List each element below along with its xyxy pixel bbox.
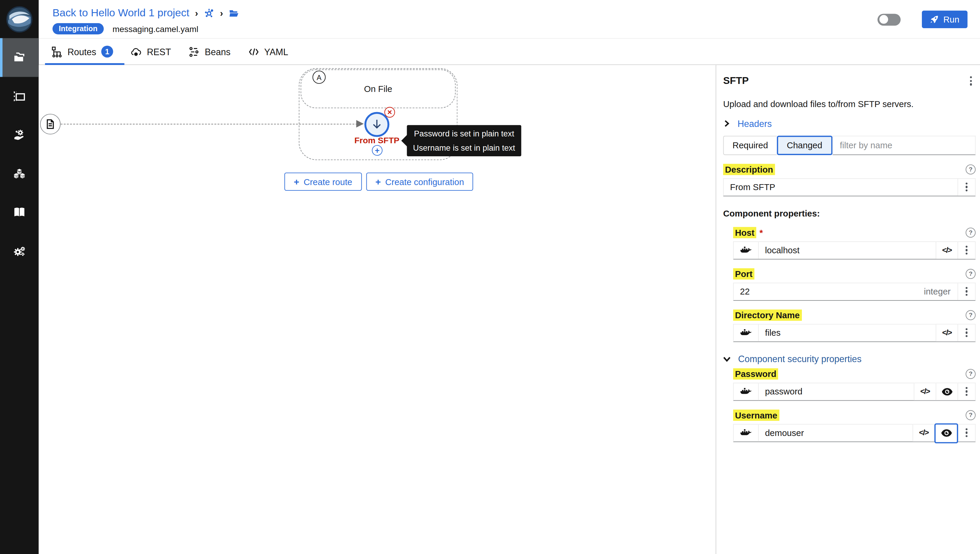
field-port: Port ? integer [723,269,975,301]
tab-beans-label: Beans [205,46,231,57]
port-input-group: integer [733,282,975,301]
run-button[interactable]: Run [922,11,967,28]
security-section-toggle[interactable]: Component security properties [723,353,975,364]
password-kebab[interactable] [958,383,975,400]
route-collapse-badge[interactable]: A [312,71,326,84]
tab-routes-label: Routes [68,46,96,57]
tooltip-line-2: Username is set in plain text [413,140,515,155]
username-label: Username [733,410,779,420]
chevron-down-icon [723,355,730,362]
filter-toolbar: Required Changed [723,135,975,155]
username-show-hide-button[interactable] [934,423,958,443]
field-description: Description ? [723,164,975,196]
gears-icon [12,244,27,259]
directory-kebab[interactable] [958,324,975,341]
description-kebab[interactable] [958,178,975,196]
routes-icon [51,46,62,57]
headers-expand[interactable]: Headers [723,119,975,129]
description-label: Description [723,164,775,174]
docker-whale-icon[interactable] [733,242,759,259]
routes-count-badge: 1 [101,46,113,57]
run-toggle-switch[interactable] [878,13,901,25]
password-input[interactable] [759,383,914,400]
create-route-button[interactable]: + Create route [284,173,362,191]
camel-logo[interactable] [0,0,39,38]
username-input[interactable] [759,424,913,441]
directory-expression-button[interactable]: </> [935,324,958,341]
docker-whale-icon[interactable] [733,424,759,441]
create-configuration-label: Create configuration [385,177,464,187]
password-show-hide-button[interactable] [935,383,958,400]
description-input[interactable] [724,178,958,196]
tooltip-line-1: Password is set in plain text [414,126,514,140]
host-input-group: </> [733,241,975,259]
port-input[interactable] [733,283,924,300]
directory-input-group: </> [733,323,975,342]
panel-kebab-menu[interactable] [966,74,975,88]
changed-filter-chip[interactable]: Changed [776,135,832,155]
description-input-group [723,178,975,196]
host-kebab[interactable] [958,242,975,259]
help-icon[interactable]: ? [966,228,976,237]
delete-node-badge[interactable]: ✕ [385,107,395,118]
host-label: Host* [733,228,763,237]
integration-badge: Integration [52,23,104,34]
back-to-project-link[interactable]: Back to Hello World 1 project [52,7,189,19]
folders-icon [12,50,27,65]
security-section-label: Component security properties [738,353,861,364]
switch-knob [879,15,888,24]
sidebar-item-settings[interactable] [0,232,39,271]
tab-yaml[interactable]: YAML [242,39,299,64]
rocket-icon [930,15,939,24]
username-expression-button[interactable]: </> [912,424,934,441]
directory-input[interactable] [759,324,936,341]
frame-icon [12,89,27,104]
help-icon[interactable]: ? [966,310,976,320]
port-type-hint: integer [924,287,958,296]
eye-icon [941,429,951,437]
tab-yaml-label: YAML [264,46,288,57]
sidebar-item-projects[interactable] [0,38,39,77]
password-expression-button[interactable]: </> [914,383,936,400]
on-file-label[interactable]: On File [301,84,456,94]
field-password: Password ? </> [723,369,975,401]
canvas-actions: + Create route + Create configuration [284,173,473,191]
panel-description: Upload and download files to/from SFTP s… [723,99,975,109]
file-node[interactable] [40,114,61,135]
docker-whale-icon[interactable] [733,324,759,341]
integration-icon[interactable] [204,8,214,18]
host-input[interactable] [759,242,936,259]
tab-routes[interactable]: Routes 1 [45,39,124,64]
tab-rest[interactable]: REST [124,39,182,64]
help-icon[interactable]: ? [966,164,976,174]
sidebar-item-components[interactable] [0,154,39,193]
username-kebab[interactable] [958,424,975,441]
file-name: messaging.camel.yaml [113,24,199,33]
yaml-code-icon [248,46,259,57]
sidebar-item-design[interactable] [0,77,39,116]
run-button-label: Run [943,14,959,24]
required-filter-chip[interactable]: Required [723,135,776,155]
plus-icon: + [294,177,299,187]
docker-whale-icon[interactable] [733,383,759,400]
username-input-group: </> [733,424,975,442]
sidebar-item-catalog[interactable] [0,193,39,232]
folder-icon[interactable] [229,8,239,18]
host-expression-button[interactable]: </> [935,242,958,259]
create-configuration-button[interactable]: + Create configuration [366,173,473,191]
camel-logo-icon [6,5,33,33]
tab-bar: Routes 1 REST Beans [39,39,980,65]
edge-arrowhead [356,120,364,127]
port-kebab[interactable] [958,283,975,300]
filter-by-name-input[interactable] [832,135,976,155]
help-icon[interactable]: ? [966,269,976,279]
tab-beans[interactable]: Beans [182,39,242,64]
create-route-label: Create route [304,177,352,187]
sidebar-item-services[interactable] [0,116,39,154]
rest-cloud-icon [131,46,142,57]
add-step-badge[interactable]: + [372,145,383,156]
help-icon[interactable]: ? [966,369,976,379]
port-label: Port [733,269,754,279]
help-icon[interactable]: ? [966,410,976,420]
route-canvas[interactable]: On File A ✕ [39,65,716,554]
